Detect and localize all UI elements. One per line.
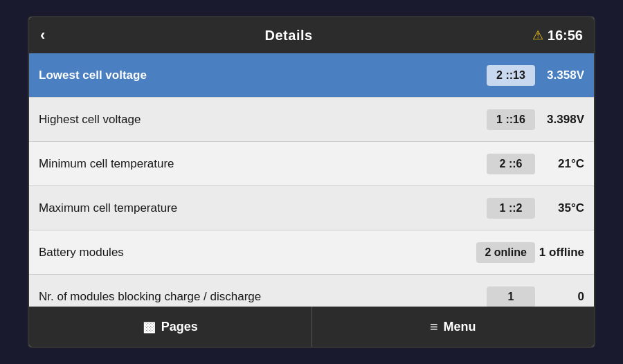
content-area: Lowest cell voltage2 ::133.358VHighest c… [29,53,594,307]
back-button[interactable]: ‹ [40,26,45,44]
row-label: Highest cell voltage [39,113,487,127]
value-main: 1 offline [539,246,584,260]
row-values: 2 online1 offline [476,242,584,263]
header-bar: ‹ Details ⚠ 16:56 [29,17,594,53]
value-badge: 1 ::16 [487,109,535,130]
row-values: 1 ::235°C [487,198,584,219]
table-row[interactable]: Minimum cell temperature2 ::621°C [29,142,594,186]
menu-icon: ≡ [430,319,438,335]
device-screen: ‹ Details ⚠ 16:56 Lowest cell voltage2 :… [28,16,595,348]
value-main: 0 [539,290,584,304]
pages-icon: ▩ [143,318,156,335]
value-badge: 1 [487,286,535,307]
row-label: Nr. of modules blocking charge / dischar… [39,290,487,304]
row-values: 2 ::621°C [487,154,584,174]
alert-icon: ⚠ [532,28,543,43]
value-badge: 2 ::13 [487,65,535,86]
value-main: 3.398V [539,113,584,127]
row-label: Lowest cell voltage [39,69,487,82]
row-label: Maximum cell temperature [39,201,487,215]
table-row[interactable]: Battery modules2 online1 offline [29,230,594,275]
clock-display: 16:56 [548,28,583,44]
value-badge: 2 ::6 [487,154,535,174]
pages-button[interactable]: ▩ Pages [29,307,312,347]
table-row[interactable]: Nr. of modules blocking charge / dischar… [29,275,594,307]
value-main: 35°C [539,201,584,215]
menu-label: Menu [444,320,476,334]
pages-label: Pages [161,320,198,334]
row-values: 1 ::163.398V [487,109,584,130]
header-right: ⚠ 16:56 [532,28,583,44]
table-row[interactable]: Maximum cell temperature1 ::235°C [29,186,594,230]
footer-bar: ▩ Pages ≡ Menu [29,307,594,347]
row-label: Battery modules [39,246,476,260]
table-row[interactable]: Highest cell voltage1 ::163.398V [29,98,594,142]
row-values: 2 ::133.358V [487,65,584,86]
page-title: Details [265,28,313,44]
row-label: Minimum cell temperature [39,157,487,171]
value-badge: 2 online [476,242,534,263]
value-main: 21°C [539,157,584,171]
value-main: 3.358V [539,69,584,82]
value-badge: 1 ::2 [487,198,535,219]
row-values: 10 [487,286,584,307]
menu-button[interactable]: ≡ Menu [312,307,595,347]
table-row[interactable]: Lowest cell voltage2 ::133.358V [29,53,594,98]
